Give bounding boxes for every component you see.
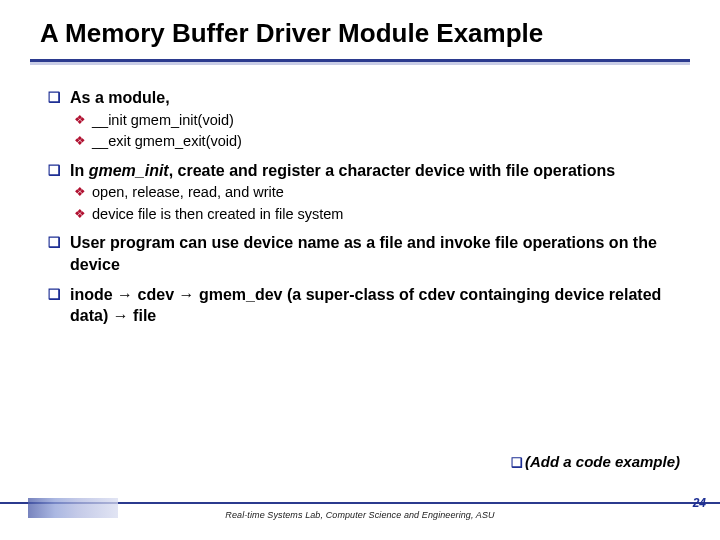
square-bullet-icon: ❑ bbox=[48, 284, 70, 327]
add-code-note: ❑(Add a code example) bbox=[511, 453, 680, 470]
bullet-text: inode → cdev → gmem_dev (a super-class o… bbox=[70, 284, 690, 327]
square-bullet-icon: ❑ bbox=[48, 232, 70, 275]
diamond-bullet-icon: ❖ bbox=[74, 183, 92, 203]
arrow-icon: → bbox=[117, 286, 133, 303]
text-post: , create and register a character device… bbox=[169, 162, 615, 179]
bullet-as-module: ❑ As a module, bbox=[48, 87, 690, 109]
footer-text: Real-time Systems Lab, Computer Science … bbox=[0, 510, 720, 520]
page-number: 24 bbox=[693, 496, 706, 510]
subbullet-text: __init gmem_init(void) bbox=[92, 111, 690, 131]
bullet-text: As a module, bbox=[70, 87, 690, 109]
subbullet-text: device file is then created in file syst… bbox=[92, 205, 690, 225]
bullet-inode-chain: ❑ inode → cdev → gmem_dev (a super-class… bbox=[48, 284, 690, 327]
diamond-bullet-icon: ❖ bbox=[74, 132, 92, 152]
subbullet-exit: ❖ __exit gmem_exit(void) bbox=[74, 132, 690, 152]
square-bullet-icon: ❑ bbox=[48, 160, 70, 182]
chain-post: file bbox=[129, 307, 157, 324]
subbullet-ops: ❖ open, release, read, and write bbox=[74, 183, 690, 203]
subbullet-text: __exit gmem_exit(void) bbox=[92, 132, 690, 152]
chain-m1: cdev bbox=[133, 286, 178, 303]
slide: A Memory Buffer Driver Module Example ❑ … bbox=[0, 0, 720, 540]
arrow-icon: → bbox=[113, 307, 129, 324]
subbullet-text: open, release, read, and write bbox=[92, 183, 690, 203]
bullet-user-program: ❑ User program can use device name as a … bbox=[48, 232, 690, 275]
text-pre: In bbox=[70, 162, 89, 179]
bullet-text: In gmem_init, create and register a char… bbox=[70, 160, 690, 182]
slide-content: ❑ As a module, ❖ __init gmem_init(void) … bbox=[0, 65, 720, 327]
bullet-text: User program can use device name as a fi… bbox=[70, 232, 690, 275]
bullet-gmem-init: ❑ In gmem_init, create and register a ch… bbox=[48, 160, 690, 182]
subbullet-devfile: ❖ device file is then created in file sy… bbox=[74, 205, 690, 225]
note-text: (Add a code example) bbox=[525, 453, 680, 470]
square-bullet-icon: ❑ bbox=[48, 87, 70, 109]
text-emph: gmem_init bbox=[89, 162, 169, 179]
square-bullet-icon: ❑ bbox=[511, 455, 523, 470]
chain-pre: inode bbox=[70, 286, 117, 303]
subbullet-init: ❖ __init gmem_init(void) bbox=[74, 111, 690, 131]
diamond-bullet-icon: ❖ bbox=[74, 111, 92, 131]
diamond-bullet-icon: ❖ bbox=[74, 205, 92, 225]
slide-title: A Memory Buffer Driver Module Example bbox=[0, 0, 720, 55]
arrow-icon: → bbox=[178, 286, 194, 303]
